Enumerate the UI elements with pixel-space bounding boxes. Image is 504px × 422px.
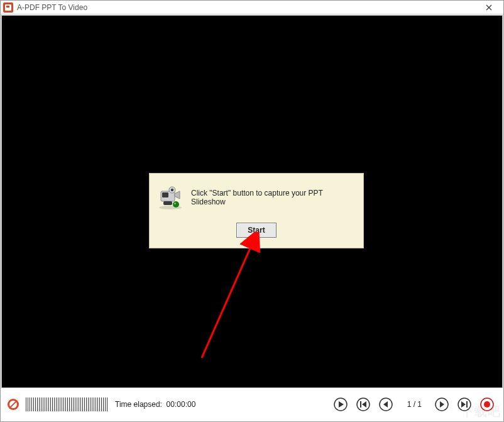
svg-point-23 <box>484 401 490 408</box>
svg-rect-8 <box>163 201 172 205</box>
last-icon <box>457 397 471 411</box>
timeline-ticks <box>26 397 107 411</box>
camcorder-icon <box>157 182 184 213</box>
record-button[interactable] <box>480 397 495 412</box>
prev-button[interactable] <box>379 397 394 412</box>
title-bar: A-PDF PPT To Video <box>1 1 503 14</box>
status-bar: Time elapsed: 00:00:00 1 / 1 <box>1 388 503 421</box>
svg-rect-21 <box>466 401 468 408</box>
start-button[interactable]: Start <box>236 223 277 238</box>
svg-point-9 <box>173 201 179 208</box>
page-count: 1 / 1 <box>407 400 422 409</box>
play-button[interactable] <box>334 397 349 412</box>
next-icon <box>435 397 449 411</box>
play-icon <box>334 397 348 411</box>
time-value: 00:00:00 <box>167 400 196 409</box>
time-elapsed-label: Time elapsed: 00:00:00 <box>115 400 195 409</box>
prev-icon <box>379 397 393 411</box>
close-button[interactable] <box>476 1 502 14</box>
preview-frame: Click "Start" button to capture your PPT… <box>1 15 503 388</box>
preview-area: Click "Start" button to capture your PPT… <box>2 16 502 387</box>
close-icon <box>486 4 492 11</box>
window-title: A-PDF PPT To Video <box>17 3 476 12</box>
svg-rect-17 <box>360 401 361 408</box>
record-icon <box>480 397 494 411</box>
dialog-message: Click "Start" button to capture your PPT… <box>191 189 356 206</box>
app-window: A-PDF PPT To Video <box>0 0 504 422</box>
record-disabled-icon <box>6 397 21 412</box>
svg-rect-5 <box>162 192 168 197</box>
start-dialog: Click "Start" button to capture your PPT… <box>149 173 364 248</box>
app-icon <box>3 3 13 13</box>
next-button[interactable] <box>435 397 450 412</box>
svg-rect-2 <box>6 6 9 8</box>
last-button[interactable] <box>457 397 473 412</box>
svg-line-11 <box>202 238 255 358</box>
first-button[interactable] <box>356 397 371 412</box>
annotation-arrow <box>190 232 291 370</box>
svg-point-7 <box>171 189 173 191</box>
first-icon <box>356 397 370 411</box>
svg-point-10 <box>174 203 176 204</box>
time-label-text: Time elapsed: <box>115 400 162 409</box>
